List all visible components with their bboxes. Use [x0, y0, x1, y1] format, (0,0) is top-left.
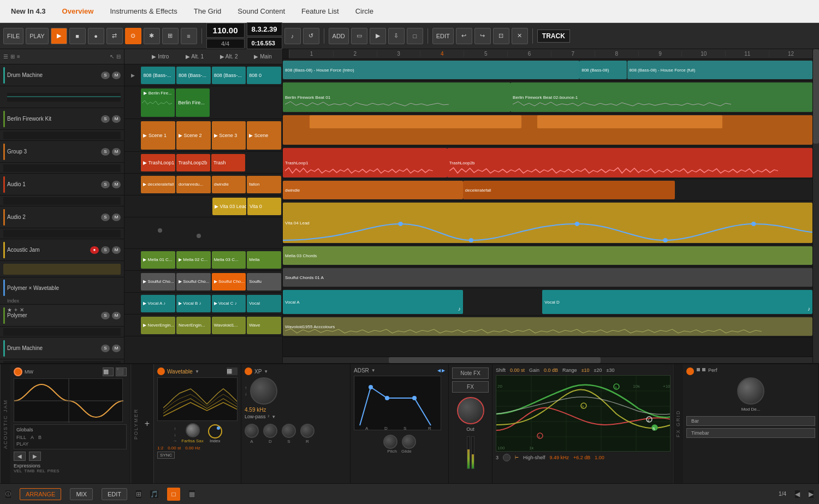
track-solo-4[interactable]: S — [101, 181, 110, 188]
wavetable-power[interactable] — [157, 367, 165, 375]
notefx-button[interactable]: Note FX — [452, 367, 489, 379]
capture-button[interactable]: ✱ — [144, 28, 160, 44]
arr-clip-4-2[interactable]: TrashLoop2b — [447, 148, 812, 177]
arr-clip-2-1[interactable]: Berlin Firework Beat 01 — [283, 82, 511, 112]
a-knob[interactable] — [245, 424, 259, 438]
scene-clip-3-1[interactable]: ▶ Scene 1 — [141, 121, 175, 150]
edit-button[interactable]: EDIT — [432, 28, 454, 44]
arr-clip-3-bar1[interactable] — [310, 115, 521, 128]
arr-clip-1-3[interactable]: 808 (Bass-08) - House Force (full) — [627, 61, 813, 79]
scene-clip-1-4[interactable]: 808 0 — [247, 67, 281, 84]
edit-button-status[interactable]: EDIT — [102, 488, 127, 500]
scene-clip-11-3[interactable]: Wavoloid1... — [212, 317, 246, 334]
arr-clip-5-1[interactable]: dwindle — [283, 181, 463, 199]
scene-clip-6-4[interactable]: Vita 0 — [247, 198, 281, 215]
nav-instruments[interactable]: Instruments & Effects — [110, 7, 177, 15]
sync-button[interactable]: SYNC — [157, 452, 175, 459]
play-label-button[interactable]: PLAY — [26, 28, 48, 44]
scene-clip-11-2[interactable]: NeverEngin... — [176, 317, 211, 334]
scene-clip-4-2[interactable]: TrashLoop2b — [176, 154, 210, 171]
arrangement-view-button[interactable]: ≡ — [181, 28, 197, 44]
play-button[interactable]: ▶ — [51, 28, 67, 44]
time-sig-display[interactable]: 4/4 — [206, 39, 245, 49]
scene-clip-5-2[interactable]: dorianredu... — [176, 176, 211, 193]
track-solo-8[interactable]: S — [101, 312, 110, 319]
grid-view-button[interactable]: ⊞ — [162, 28, 179, 44]
scene-clip-2-2[interactable]: Berlin Fire... — [176, 88, 210, 117]
add-button[interactable]: ADD — [329, 28, 349, 44]
play2-button[interactable]: ▶ — [370, 28, 386, 44]
nav-grid[interactable]: The Grid — [194, 7, 222, 15]
arr-clip-9-1[interactable]: Vocal A ♪ — [283, 290, 463, 314]
clip-status-icon[interactable]: 🎵 — [150, 490, 158, 498]
close-button[interactable]: ✕ — [512, 28, 528, 44]
mod-power[interactable] — [686, 367, 694, 375]
arr-clip-1-1[interactable]: 808 (Bass-08) - House Force (Intro) — [283, 61, 579, 79]
file-button[interactable]: FILE — [3, 28, 23, 44]
scene-clip-5-3[interactable]: dwindle — [212, 176, 246, 193]
track-mute-5[interactable]: M — [112, 214, 121, 221]
track-mute-8[interactable]: M — [112, 312, 121, 319]
track-mute-9[interactable]: M — [112, 345, 121, 352]
xp-power[interactable] — [245, 367, 252, 375]
s-knob[interactable] — [282, 424, 296, 438]
track-solo-6[interactable]: S — [101, 246, 110, 254]
nav-circle[interactable]: Circle — [355, 7, 373, 15]
metronome-status-button[interactable]: □ — [167, 488, 180, 501]
h-scrollbar-thumb[interactable] — [389, 357, 601, 363]
timebar-button[interactable]: Timebar — [686, 428, 815, 438]
redo-button[interactable]: ↪ — [474, 28, 491, 44]
adsr-arrow[interactable]: ▼ — [371, 368, 376, 373]
scene-clip-5-4[interactable]: fallon — [247, 176, 281, 193]
index-knob[interactable] — [208, 424, 222, 438]
track-rec-6[interactable]: ● — [90, 246, 99, 254]
scene-clip-3-4[interactable]: ▶ Scene — [247, 121, 281, 150]
loop-button[interactable]: ⇄ — [106, 28, 123, 44]
track-solo-2[interactable]: S — [101, 115, 110, 123]
arr-clip-3-bar2[interactable] — [537, 115, 723, 128]
bars-status-icon[interactable]: ▦ — [189, 490, 195, 498]
nav-feature-list[interactable]: Feature List — [301, 7, 339, 15]
nav-overview[interactable]: Overview — [62, 7, 94, 15]
track-solo-3[interactable]: S — [101, 148, 110, 156]
scene-clip-10-3[interactable]: ▶ Vocal C ♪ — [212, 295, 246, 312]
scene-clip-4-1[interactable]: ▶ TrashLoop1 — [141, 154, 175, 171]
arrow-right-button[interactable]: ▶ — [29, 452, 41, 461]
scene-clip-2-1[interactable]: ▶ Berlin Fire... — [141, 88, 175, 117]
waveform-button[interactable]: ▭ — [351, 28, 367, 44]
arr-clip-5-2[interactable]: deceleratefall — [463, 181, 675, 199]
out-knob[interactable] — [457, 397, 484, 424]
scene-clip-4-3[interactable]: Trash — [211, 154, 245, 171]
bars2-icon[interactable]: ⬛ — [116, 367, 127, 376]
xp-arrow[interactable]: ▼ — [264, 369, 268, 374]
farfisa-knob[interactable] — [186, 423, 200, 437]
scene-clip-10-4[interactable]: Vocal — [247, 295, 281, 312]
scene-clip-8-1[interactable]: ▶ Mella 01 C... — [141, 251, 175, 269]
track-mute-2[interactable]: M — [112, 115, 121, 123]
scene-clip-5-1[interactable]: ▶ deceleratefall — [141, 176, 175, 193]
track-solo-9[interactable]: S — [101, 345, 110, 352]
export-button[interactable]: □ — [407, 28, 423, 44]
power-button-1[interactable] — [14, 367, 22, 376]
scene-clip-10-2[interactable]: ▶ Vocal B ♪ — [176, 295, 211, 312]
arr-clip-7-1[interactable]: Mella 03 Chords — [283, 246, 812, 265]
scene-clip-1-3[interactable]: 808 (Bass-... — [212, 67, 246, 84]
metronome-icon-button[interactable]: ♪ — [284, 28, 301, 44]
nav-sound-content[interactable]: Sound Content — [238, 7, 285, 15]
nav-left-button[interactable]: ◀ — [795, 490, 800, 498]
scene-clip-9-1[interactable]: ▶ Soulful Cho... — [141, 273, 175, 290]
arrange-button[interactable]: ARRANGE — [20, 488, 61, 500]
scene-clip-9-2[interactable]: ▶ Soulful Cho... — [176, 273, 211, 290]
scene-clip-11-1[interactable]: ▶ NeverEngin... — [141, 317, 175, 334]
wavetable-bars[interactable]: ▦ — [227, 367, 238, 375]
scene-clip-6-3[interactable]: ▶ Vita 03 Lead — [212, 198, 246, 215]
arr-clip-2-2[interactable]: Berlin Firework Beat 02-bounce-1 — [511, 82, 812, 112]
scene-clip-10-1[interactable]: ▶ Vocal A ♪ — [141, 295, 175, 312]
track-mute-1[interactable]: M — [112, 72, 121, 79]
mod-knob[interactable] — [737, 377, 764, 405]
grid-status-icon[interactable]: ⊞ — [136, 490, 141, 498]
scene-clip-8-2[interactable]: ▶ Mella 02 C... — [176, 251, 211, 269]
scene-clip-1-2[interactable]: 808 (Bass-... — [176, 67, 211, 84]
arr-clip-9-2[interactable]: Vocal D ♪ — [542, 290, 812, 314]
glide-knob[interactable] — [402, 435, 416, 449]
